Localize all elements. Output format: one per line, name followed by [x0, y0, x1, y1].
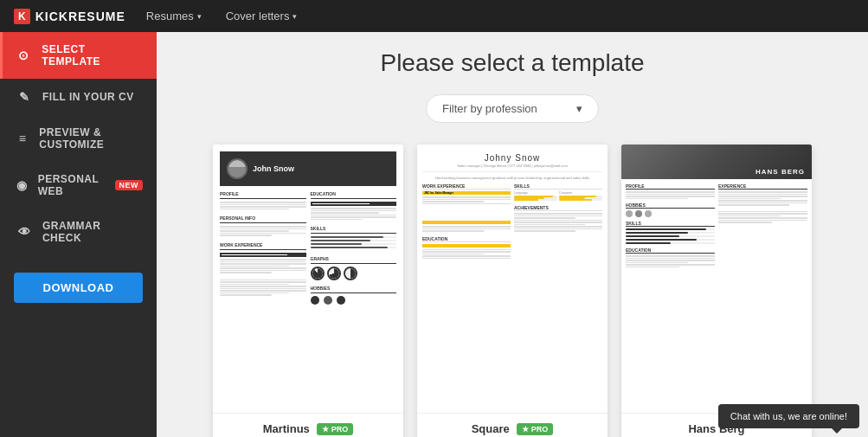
pro-star-icon-2: ★ — [522, 425, 529, 434]
nav-resumes-label: Resumes — [146, 10, 194, 22]
filter-bar: Filter by profession ▾ — [183, 94, 842, 123]
content-area: Please select a template Filter by profe… — [157, 32, 868, 437]
page-title: Please select a template — [183, 49, 842, 77]
nav-cover-letters-label: Cover letters — [226, 10, 290, 22]
template-footer-square: Square ★ PRO — [417, 413, 608, 437]
nav-resumes-chevron: ▾ — [197, 12, 202, 21]
target-icon: ⊙ — [16, 48, 31, 62]
sidebar-item-select-template-label: SELECT TEMPLATE — [42, 43, 143, 67]
sidebar-item-grammar-check-label: GRAMMAR CHECK — [42, 220, 143, 244]
download-button[interactable]: DOWNLOAD — [14, 273, 143, 303]
sidebar-item-select-template[interactable]: ⊙ SELECT TEMPLATE — [0, 32, 157, 79]
filter-chevron-icon: ▾ — [576, 102, 582, 115]
filter-profession-label: Filter by profession — [442, 102, 537, 115]
sidebar-item-preview-customize-label: PREVIEW & CUSTOMIZE — [39, 126, 143, 151]
template-card-martinus[interactable]: John Snow PROFILE PERSONAL INFO — [213, 145, 403, 437]
globe-icon: ◉ — [16, 178, 28, 192]
sidebar: ⊙ SELECT TEMPLATE ✎ FILL IN YOUR CV ≡ PR… — [0, 32, 157, 437]
chat-bubble[interactable]: Chat with us, we are online! — [718, 404, 859, 428]
sidebar-item-fill-in-cv-label: FILL IN YOUR CV — [42, 91, 134, 103]
sidebar-item-personal-web[interactable]: ◉ PERSONAL WEB NEW — [0, 162, 157, 209]
template-preview-square: Johny Snow Sales manager | Chicago Illin… — [417, 145, 608, 413]
top-navigation: K KICKRESUME Resumes ▾ Cover letters ▾ — [0, 0, 868, 32]
sidebar-item-personal-web-label: PERSONAL WEB — [38, 173, 101, 197]
logo-text: KICKRESUME — [35, 10, 125, 23]
sliders-icon: ≡ — [16, 132, 29, 145]
nav-cover-letters[interactable]: Cover letters ▾ — [222, 10, 301, 22]
nav-cover-letters-chevron: ▾ — [293, 12, 297, 21]
template-footer-martinus: Martinus ★ PRO — [213, 413, 403, 437]
sidebar-item-fill-in-cv[interactable]: ✎ FILL IN YOUR CV — [0, 79, 157, 115]
template-name-martinus: Martinus — [263, 422, 310, 435]
template-preview-hans-berg: HANS BERG PROFILE — [621, 145, 812, 413]
nav-resumes[interactable]: Resumes ▾ — [143, 10, 205, 22]
template-preview-martinus: John Snow PROFILE PERSONAL INFO — [213, 145, 403, 413]
sidebar-item-grammar-check[interactable]: 👁 GRAMMAR CHECK — [0, 209, 157, 255]
sidebar-item-preview-customize[interactable]: ≡ PREVIEW & CUSTOMIZE — [0, 115, 157, 162]
pro-badge-martinus: ★ PRO — [317, 423, 354, 435]
main-layout: ⊙ SELECT TEMPLATE ✎ FILL IN YOUR CV ≡ PR… — [0, 32, 868, 437]
edit-icon: ✎ — [16, 90, 32, 104]
eye-icon: 👁 — [16, 225, 32, 239]
pro-star-icon: ★ — [322, 425, 329, 434]
template-name-square: Square — [472, 422, 510, 435]
logo-icon: K — [14, 9, 30, 24]
filter-profession-dropdown[interactable]: Filter by profession ▾ — [426, 94, 599, 123]
template-card-hans-berg[interactable]: HANS BERG PROFILE — [621, 145, 812, 437]
new-badge: NEW — [115, 180, 144, 190]
pro-badge-square: ★ PRO — [517, 423, 554, 435]
templates-grid: John Snow PROFILE PERSONAL INFO — [183, 145, 842, 437]
logo[interactable]: K KICKRESUME — [14, 9, 125, 24]
template-card-square[interactable]: Johny Snow Sales manager | Chicago Illin… — [417, 145, 608, 437]
